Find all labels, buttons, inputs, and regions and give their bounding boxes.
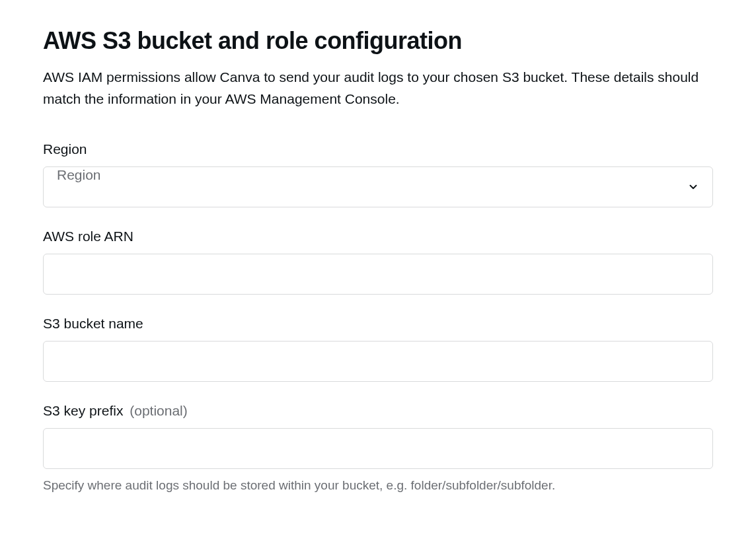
key-prefix-helper: Specify where audit logs should be store…	[43, 477, 713, 495]
region-field-group: Region Region	[43, 141, 713, 207]
role-arn-label: AWS role ARN	[43, 229, 713, 244]
page-description: AWS IAM permissions allow Canva to send …	[43, 67, 713, 110]
role-arn-input[interactable]	[43, 254, 713, 295]
key-prefix-label: S3 key prefix (optional)	[43, 403, 713, 419]
region-label: Region	[43, 141, 713, 157]
bucket-name-label: S3 bucket name	[43, 316, 713, 332]
bucket-name-input[interactable]	[43, 341, 713, 382]
bucket-name-field-group: S3 bucket name	[43, 316, 713, 382]
page-title: AWS S3 bucket and role configuration	[43, 26, 713, 55]
role-arn-field-group: AWS role ARN	[43, 229, 713, 295]
region-select-wrapper: Region	[43, 166, 713, 207]
key-prefix-field-group: S3 key prefix (optional) Specify where a…	[43, 403, 713, 495]
key-prefix-label-text: S3 key prefix	[43, 403, 123, 418]
region-select[interactable]: Region	[43, 166, 713, 207]
key-prefix-input[interactable]	[43, 428, 713, 469]
key-prefix-optional-hint: (optional)	[130, 403, 188, 418]
